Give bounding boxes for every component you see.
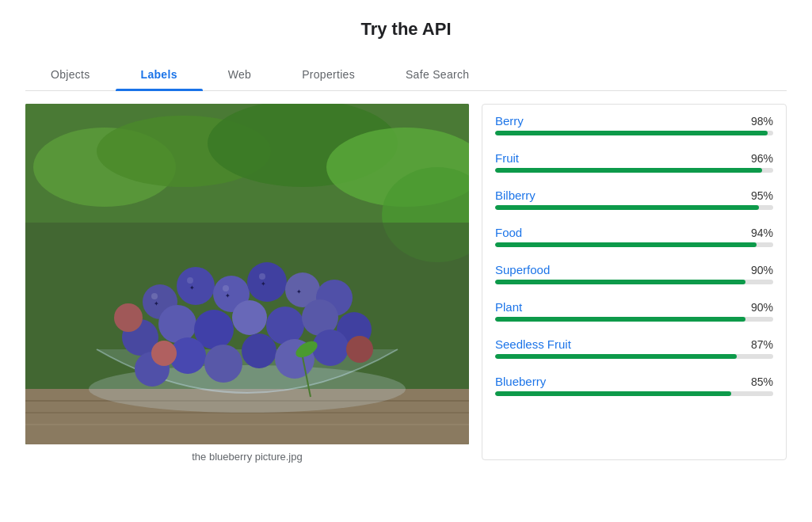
svg-point-37 (223, 285, 229, 291)
tab-objects[interactable]: Objects (25, 59, 116, 90)
result-bar-bg (495, 354, 773, 359)
result-header: Bilberry 95% (495, 189, 773, 202)
result-label[interactable]: Food (495, 226, 522, 239)
image-caption: the blueberry picture.jpg (192, 451, 302, 463)
tab-labels[interactable]: Labels (116, 59, 203, 90)
result-pct: 95% (751, 189, 773, 202)
svg-point-16 (247, 262, 287, 302)
result-bar-bg (495, 131, 773, 135)
svg-point-28 (204, 345, 242, 383)
result-item: Seedless Fruit 87% (495, 337, 773, 359)
results-scroll[interactable]: Berry 98% Fruit 96% Bilberry 95% (482, 105, 786, 460)
svg-text:✦: ✦ (225, 292, 231, 299)
svg-text:✦: ✦ (154, 300, 159, 307)
svg-text:✦: ✦ (189, 284, 195, 291)
tab-safe-search[interactable]: Safe Search (380, 59, 494, 90)
result-item: Berry 98% (495, 114, 773, 135)
tab-properties[interactable]: Properties (276, 59, 380, 90)
image-section: ✦ ✦ ✦ ✦ ✦ the blueberry picture.jpg (25, 104, 469, 463)
main-content: ✦ ✦ ✦ ✦ ✦ the blueberry picture.jpg Berr… (25, 91, 787, 463)
result-pct: 85% (751, 375, 773, 388)
result-pct: 98% (751, 115, 773, 128)
result-bar-bg (495, 391, 773, 396)
result-bar-fill (495, 205, 759, 210)
result-item: Superfood 90% (495, 263, 773, 284)
result-item: Fruit 96% (495, 151, 773, 173)
result-bar-fill (495, 354, 737, 359)
svg-point-22 (232, 300, 267, 335)
result-bar-fill (495, 168, 762, 173)
svg-point-20 (158, 305, 196, 343)
result-bar-bg (495, 242, 773, 247)
result-header: Fruit 96% (495, 151, 773, 165)
result-bar-fill (495, 131, 768, 135)
result-bar-bg (495, 168, 773, 173)
result-header: Seedless Fruit 87% (495, 337, 773, 351)
svg-point-31 (312, 330, 349, 366)
result-label[interactable]: Seedless Fruit (495, 337, 571, 351)
result-bar-bg (495, 280, 773, 284)
svg-point-29 (242, 333, 276, 368)
result-bar-fill (495, 317, 745, 322)
svg-point-23 (266, 307, 304, 345)
result-header: Plant 90% (495, 300, 773, 314)
result-pct: 90% (751, 264, 773, 276)
page-container: Try the API ObjectsLabelsWebPropertiesSa… (0, 0, 812, 463)
svg-point-32 (114, 303, 143, 332)
result-header: Food 94% (495, 226, 773, 239)
result-label[interactable]: Fruit (495, 151, 519, 165)
result-header: Superfood 90% (495, 263, 773, 276)
result-header: Berry 98% (495, 114, 773, 128)
tabs-bar: ObjectsLabelsWebPropertiesSafe Search (25, 59, 787, 91)
svg-point-14 (177, 267, 215, 305)
result-bar-fill (495, 280, 745, 284)
svg-point-34 (151, 341, 177, 366)
svg-text:✦: ✦ (296, 288, 302, 295)
uploaded-image: ✦ ✦ ✦ ✦ ✦ (25, 104, 469, 444)
result-label[interactable]: Blueberry (495, 375, 546, 388)
result-pct: 96% (751, 152, 773, 165)
result-label[interactable]: Bilberry (495, 189, 536, 202)
result-item: Food 94% (495, 226, 773, 247)
svg-point-33 (346, 336, 373, 363)
result-item: Plant 90% (495, 300, 773, 322)
svg-point-36 (187, 277, 193, 284)
result-label[interactable]: Berry (495, 114, 524, 128)
tab-web[interactable]: Web (203, 59, 276, 90)
svg-text:✦: ✦ (261, 280, 266, 288)
page-title: Try the API (25, 19, 787, 40)
result-bar-bg (495, 317, 773, 322)
result-item: Blueberry 85% (495, 375, 773, 396)
result-pct: 90% (751, 301, 773, 314)
svg-point-38 (259, 273, 265, 280)
result-bar-bg (495, 205, 773, 210)
result-header: Blueberry 85% (495, 375, 773, 388)
result-pct: 87% (751, 338, 773, 351)
result-item: Bilberry 95% (495, 189, 773, 210)
result-bar-fill (495, 242, 757, 247)
result-bar-fill (495, 391, 731, 396)
result-label[interactable]: Superfood (495, 263, 550, 276)
result-pct: 94% (751, 227, 773, 239)
result-label[interactable]: Plant (495, 300, 522, 314)
results-section: Berry 98% Fruit 96% Bilberry 95% (482, 104, 787, 460)
svg-point-35 (151, 293, 158, 299)
